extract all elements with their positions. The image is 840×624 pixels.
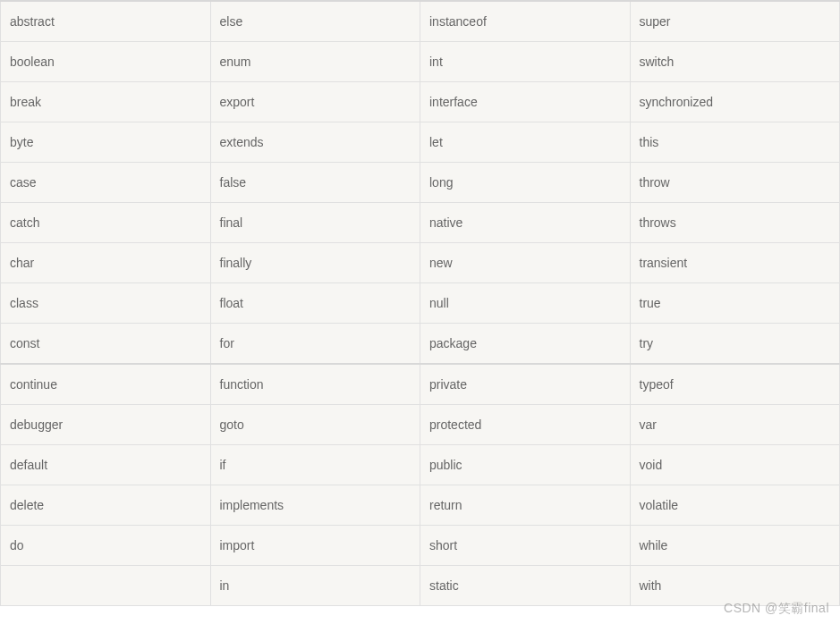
table-cell: class: [1, 283, 211, 324]
table-cell: package: [420, 324, 631, 365]
table-cell: catch: [1, 203, 211, 243]
table-cell: private: [420, 364, 631, 405]
table-row: class float null true: [1, 283, 840, 324]
table-cell: null: [420, 283, 631, 324]
table-cell: try: [630, 324, 840, 365]
table-cell: float: [210, 283, 420, 324]
table-cell: long: [420, 163, 631, 203]
table-cell: case: [1, 163, 211, 203]
table-cell: else: [210, 1, 420, 42]
table-cell: switch: [630, 42, 840, 82]
table-cell: throw: [630, 163, 840, 203]
table-row: const for package try: [1, 324, 840, 365]
table-cell: int: [420, 42, 631, 82]
table-cell: while: [630, 526, 840, 566]
table-row: debugger goto protected var: [1, 405, 840, 445]
table-cell: finally: [210, 243, 420, 283]
table-cell: transient: [630, 243, 840, 283]
table-row: char finally new transient: [1, 243, 840, 283]
table-row: continue function private typeof: [1, 364, 840, 405]
table-cell: interface: [420, 82, 631, 122]
table-cell: public: [420, 445, 631, 485]
table-cell: do: [1, 526, 211, 566]
table-cell: throws: [630, 203, 840, 243]
table-cell: byte: [1, 122, 211, 163]
table-cell: void: [630, 445, 840, 485]
table-cell: short: [420, 526, 631, 566]
table-row: boolean enum int switch: [1, 42, 840, 82]
table-row: case false long throw: [1, 163, 840, 203]
table-cell: break: [1, 82, 211, 122]
table-cell: let: [420, 122, 631, 163]
table-cell: [1, 566, 211, 606]
table-cell: implements: [210, 485, 420, 526]
table-cell: export: [210, 82, 420, 122]
keywords-table: abstract else instanceof super boolean e…: [0, 0, 840, 606]
table-row: delete implements return volatile: [1, 485, 840, 526]
table-cell: goto: [210, 405, 420, 445]
table-row: catch final native throws: [1, 203, 840, 243]
table-cell: enum: [210, 42, 420, 82]
table-cell: static: [420, 566, 631, 606]
table-cell: final: [210, 203, 420, 243]
table-cell: false: [210, 163, 420, 203]
table-cell: continue: [1, 364, 211, 405]
table-row: in static with: [1, 566, 840, 606]
table-cell: with: [630, 566, 840, 606]
table-cell: default: [1, 445, 211, 485]
table-cell: in: [210, 566, 420, 606]
table-cell: var: [630, 405, 840, 445]
table-cell: delete: [1, 485, 211, 526]
table-cell: super: [630, 1, 840, 42]
table-row: break export interface synchronized: [1, 82, 840, 122]
table-cell: if: [210, 445, 420, 485]
table-cell: volatile: [630, 485, 840, 526]
table-cell: new: [420, 243, 631, 283]
table-cell: import: [210, 526, 420, 566]
table-cell: const: [1, 324, 211, 365]
table-cell: true: [630, 283, 840, 324]
table-cell: instanceof: [420, 1, 631, 42]
table-cell: protected: [420, 405, 631, 445]
table-cell: typeof: [630, 364, 840, 405]
table-cell: return: [420, 485, 631, 526]
table-cell: abstract: [1, 1, 211, 42]
table-row: do import short while: [1, 526, 840, 566]
table-cell: this: [630, 122, 840, 163]
table-cell: char: [1, 243, 211, 283]
table-cell: function: [210, 364, 420, 405]
table-row: abstract else instanceof super: [1, 1, 840, 42]
table-cell: for: [210, 324, 420, 365]
table-cell: native: [420, 203, 631, 243]
table-row: byte extends let this: [1, 122, 840, 163]
table-cell: debugger: [1, 405, 211, 445]
table-cell: extends: [210, 122, 420, 163]
table-cell: synchronized: [630, 82, 840, 122]
table-cell: boolean: [1, 42, 211, 82]
table-row: default if public void: [1, 445, 840, 485]
